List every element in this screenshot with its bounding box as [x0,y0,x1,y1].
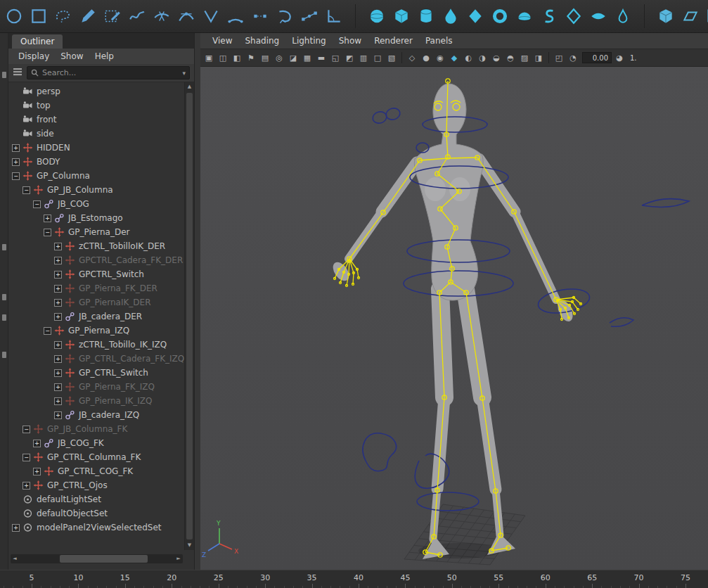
viewport-canvas[interactable]: Y X Z [200,67,708,570]
bezier-handle-tool-icon[interactable] [300,6,319,26]
isolate-select-icon[interactable]: ◰ [553,51,565,64]
pencil-curve-tool-icon[interactable] [78,6,98,26]
expand-icon[interactable]: + [54,285,62,293]
tree-item-zCTRL_TobilloIK_DER[interactable]: +zCTRL_TobilloIK_DER [8,239,183,253]
wireframe-icon[interactable]: ◇ [406,51,418,64]
poly-pen-icon[interactable] [705,6,708,26]
nurbs-cone-icon[interactable] [465,6,485,26]
lighting-icon[interactable]: ◐ [462,51,475,64]
exposure-field[interactable]: 0.00 [582,52,612,63]
tree-item-modelPanel2ViewSelectedSet[interactable]: +modelPanel2ViewSelectedSet [8,520,183,535]
tree-item-GP_Columna[interactable]: −GP_Columna [8,169,183,183]
timeline-frame-10[interactable]: 10 [73,573,83,582]
outliner-horizontal-scrollbar[interactable]: ◄ ► [11,554,183,563]
timeline-frame-45[interactable]: 45 [400,573,410,582]
exposure-icon[interactable]: ◔ [567,51,579,64]
timeline-frame-35[interactable]: 35 [307,573,317,582]
scroll-right-icon[interactable]: ► [174,554,183,563]
expand-icon[interactable]: + [12,524,20,532]
nurbs-sphere-icon[interactable] [367,6,387,26]
viewport-menu-shading[interactable]: Shading [238,36,285,46]
image-plane-icon[interactable]: ▤ [259,51,271,64]
time-slider[interactable]: 51015202530354045505560657075 [0,570,708,588]
grid-toggle-icon[interactable]: ▦ [301,51,314,64]
nurbs-spiral-icon[interactable] [539,6,559,26]
nurbs-cylinder-icon[interactable] [416,6,436,26]
tree-item-GP_CTRL_Switch[interactable]: +GP_CTRL_Switch [8,366,183,380]
tree-item-GP_Pierna_IZQ[interactable]: −GP_Pierna_IZQ [8,324,183,338]
nurbs-drop-icon[interactable] [441,6,461,26]
cut-curve-tool-icon[interactable] [152,6,172,26]
timeline-frame-20[interactable]: 20 [167,573,176,582]
circle-tool-icon[interactable] [4,6,24,26]
collapse-icon[interactable]: − [22,454,30,461]
tree-item-GPCTRL_Cadera_FK_DER[interactable]: +GPCTRL_Cadera_FK_DER [8,253,183,267]
tree-item-BODY[interactable]: +BODY [8,155,183,169]
expand-icon[interactable]: + [54,243,62,250]
tree-item-GP_CTRL_Cadera_FK_IZQ[interactable]: +GP_CTRL_Cadera_FK_IZQ [8,352,183,366]
pan-zoom-icon[interactable]: ◎ [273,51,285,64]
expand-icon[interactable]: + [54,257,62,264]
shadows-icon[interactable]: ◑ [476,51,489,64]
v-curve-tool-icon[interactable] [201,6,221,26]
poly-cube-icon[interactable] [656,6,676,26]
expand-icon[interactable]: + [54,341,62,349]
tree-item-JB_COG[interactable]: −JB_COG [8,197,183,211]
xray-icon[interactable]: ◨ [532,51,545,64]
nurbs-lens-icon[interactable] [588,6,608,26]
viewport-menu-lighting[interactable]: Lighting [285,36,333,46]
timeline-frame-15[interactable]: 15 [120,573,130,582]
outliner-menu-help[interactable]: Help [89,51,120,61]
collapse-icon[interactable]: − [12,172,20,180]
tree-item-front[interactable]: front [8,113,183,127]
scroll-left-icon[interactable]: ◄ [11,554,19,563]
viewport-menu-view[interactable]: View [206,36,238,46]
collapse-icon[interactable]: − [44,327,51,335]
bezier-curve-tool-icon[interactable] [103,6,122,26]
viewport-menu-show[interactable]: Show [333,36,368,46]
tab-outliner[interactable]: Outliner [12,34,63,49]
poly-plane-icon[interactable] [681,6,700,26]
timeline-frame-40[interactable]: 40 [354,573,363,582]
timeline-frame-25[interactable]: 25 [214,573,224,582]
expand-icon[interactable]: + [54,313,62,321]
ep-curve-tool-icon[interactable] [53,6,73,26]
timeline-frame-60[interactable]: 60 [541,573,551,582]
resolution-gate-icon[interactable]: ◱ [329,51,342,64]
expand-icon[interactable]: + [54,397,62,405]
tree-item-GP_Pierna_FK_DER[interactable]: +GP_Pierna_FK_DER [8,281,183,295]
tree-item-side[interactable]: side [8,127,183,141]
scroll-up-icon[interactable]: ▲ [185,82,194,91]
curve-wave-tool-icon[interactable] [127,6,147,26]
multisample-icon[interactable]: ▨ [518,51,531,64]
tree-item-GP_CTRL_Columna_FK[interactable]: −GP_CTRL_Columna_FK [8,450,183,464]
chevron-down-icon[interactable]: ▾ [182,70,186,77]
timeline-frame-70[interactable]: 70 [634,573,644,582]
tree-item-GP_JB_Columna_FK[interactable]: −GP_JB_Columna_FK [8,422,183,436]
outliner-menu-display[interactable]: Display [13,51,55,61]
timeline-frame-55[interactable]: 55 [494,573,503,582]
tree-item-defaultLightSet[interactable]: defaultLightSet [8,492,183,506]
lock-camera-icon[interactable]: ◫ [217,51,229,64]
scrollbar-thumb[interactable] [186,93,193,539]
expand-icon[interactable]: + [54,299,62,307]
duplicate-curve-tool-icon[interactable] [250,6,270,26]
expand-icon[interactable]: + [33,440,41,447]
occlusion-icon[interactable]: ◒ [490,51,503,64]
gate-mask-icon[interactable]: ◩ [343,51,356,64]
snap-curve-tool-icon[interactable] [275,6,295,26]
tree-item-GP_CTRL_Ojos[interactable]: +GP_CTRL_Ojos [8,478,183,492]
scrollbar-thumb[interactable] [60,555,148,563]
gamma-icon[interactable]: ◕ [613,51,626,64]
tree-item-GP_Pierna_Der[interactable]: −GP_Pierna_Der [8,225,183,239]
tree-item-GP_CTRL_COG_FK[interactable]: +GP_CTRL_COG_FK [8,464,183,478]
collapse-icon[interactable]: − [33,200,41,208]
angle-measure-tool-icon[interactable] [324,6,344,26]
tree-item-JB_cadera_DER[interactable]: +JB_cadera_DER [8,309,183,324]
field-chart-icon[interactable]: ▥ [357,51,370,64]
nurbs-torus-icon[interactable] [490,6,510,26]
collapse-icon[interactable]: − [22,426,30,433]
timeline-frame-30[interactable]: 30 [260,573,270,582]
expand-icon[interactable]: + [22,482,30,490]
tree-item-zCTRL_Tobillo_IK_IZQ[interactable]: +zCTRL_Tobillo_IK_IZQ [8,338,183,352]
